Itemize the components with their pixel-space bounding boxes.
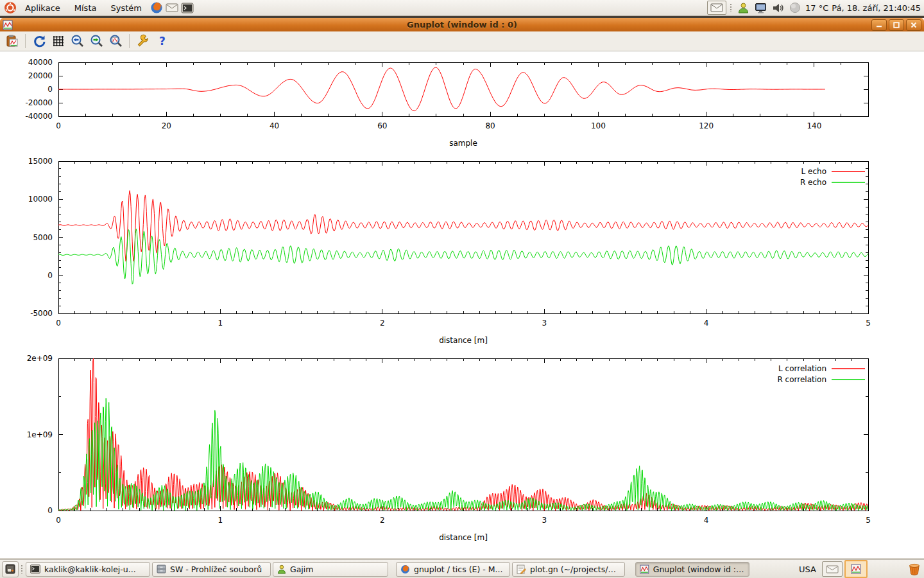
svg-text:2: 2 xyxy=(380,516,385,525)
svg-text:1: 1 xyxy=(218,516,223,525)
task-gnuplot[interactable]: Gnuplot (window id : 0) xyxy=(635,562,749,577)
plot-canvas[interactable]: 02040608010012014040000200000-20000-4000… xyxy=(0,51,924,558)
panel-left: Aplikace Místa Systém xyxy=(3,1,194,15)
svg-text:0: 0 xyxy=(56,319,61,328)
axes xyxy=(58,161,868,313)
menu-system[interactable]: Systém xyxy=(104,3,148,13)
task-gajim[interactable]: Gajim xyxy=(273,562,388,577)
help-button[interactable]: ? xyxy=(153,33,171,49)
taskbar: kaklik@kaklik-kolej-u... SW - Prohlížeč … xyxy=(0,559,924,578)
keyboard-layout-indicator[interactable]: USA xyxy=(799,565,816,574)
svg-text:10000: 10000 xyxy=(28,195,53,204)
svg-text:3: 3 xyxy=(542,319,547,328)
series-l-correlation xyxy=(58,358,868,511)
svg-text:?: ? xyxy=(159,35,166,48)
legend-label: L echo xyxy=(801,167,826,176)
display-icon[interactable] xyxy=(753,1,767,15)
svg-text:-5000: -5000 xyxy=(30,309,53,318)
axis-labels: 02040608010012014040000200000-20000-4000… xyxy=(25,58,821,148)
chart-2: 012345150001000050000-5000distance [m]L … xyxy=(28,157,871,345)
svg-text:0: 0 xyxy=(47,506,53,515)
svg-text:0: 0 xyxy=(47,85,53,94)
maximize-button[interactable] xyxy=(889,19,904,31)
gajim-icon xyxy=(277,565,286,574)
grid-button[interactable] xyxy=(49,33,67,49)
svg-text:20: 20 xyxy=(162,121,171,130)
legend-label: R correlation xyxy=(777,375,826,384)
svg-text:100: 100 xyxy=(591,121,606,130)
minimize-button[interactable] xyxy=(871,19,887,31)
series-r-echo xyxy=(58,229,868,285)
legend-label: R echo xyxy=(800,178,826,187)
trash-icon[interactable] xyxy=(907,561,922,577)
terminal-launcher-icon[interactable] xyxy=(180,1,194,15)
svg-text:5: 5 xyxy=(866,319,871,328)
temperature-label: 17 °C xyxy=(805,3,828,13)
task-label: plot.gn (~/projects/p... xyxy=(530,565,620,574)
ubuntu-logo-icon[interactable] xyxy=(3,1,17,15)
mail-launcher-icon[interactable] xyxy=(165,1,179,15)
weather-icon[interactable] xyxy=(788,1,802,15)
chart-1: 02040608010012014040000200000-20000-4000… xyxy=(25,58,868,148)
task-file-manager[interactable]: SW - Prohlížeč souborů xyxy=(152,562,271,577)
svg-text:60: 60 xyxy=(377,121,387,130)
firefox-icon xyxy=(400,565,410,574)
task-label: Gnuplot (window id : 0) xyxy=(653,565,745,574)
menu-places[interactable]: Místa xyxy=(68,3,103,13)
text-editor-icon xyxy=(517,565,526,574)
mail-notification-icon[interactable] xyxy=(707,1,726,15)
copy-to-clipboard-button[interactable] xyxy=(3,33,21,49)
svg-text:1: 1 xyxy=(218,319,223,328)
svg-text:-40000: -40000 xyxy=(25,112,53,121)
user-switcher-icon[interactable] xyxy=(736,1,750,15)
chart-3: 0123452e+091e+090distance [m]L correlati… xyxy=(27,354,871,542)
menu-applications[interactable]: Aplikace xyxy=(19,3,67,13)
svg-text:0: 0 xyxy=(56,121,61,130)
task-label: SW - Prohlížeč souborů xyxy=(170,565,262,574)
task-firefox[interactable]: gnuplot / tics (E) - M... xyxy=(396,562,510,577)
tasklist-handle[interactable] xyxy=(21,565,24,574)
svg-text:120: 120 xyxy=(699,121,714,130)
gnome-top-panel: Aplikace Místa Systém xyxy=(0,0,924,16)
autoscale-button[interactable] xyxy=(107,33,124,49)
zoom-next-button[interactable] xyxy=(88,33,105,49)
desktop: Aplikace Místa Systém xyxy=(0,0,924,578)
task-label: kaklik@kaklik-kolej-u... xyxy=(44,565,136,574)
tray-handle[interactable] xyxy=(730,3,733,12)
svg-text:4: 4 xyxy=(704,516,709,525)
window-titlebar[interactable]: Gnuplot (window id : 0) xyxy=(0,18,924,31)
gnuplot-tray-icon[interactable] xyxy=(844,560,868,578)
toolbar-separator xyxy=(129,34,130,48)
replot-button[interactable] xyxy=(30,33,47,49)
volume-icon[interactable] xyxy=(771,1,785,15)
x-axis-title: distance [m] xyxy=(439,336,488,345)
clock-label[interactable]: Pá, 18. září, 21:40:45 xyxy=(832,3,921,13)
svg-text:20000: 20000 xyxy=(28,71,53,80)
firefox-launcher-icon[interactable] xyxy=(150,1,164,15)
task-terminal[interactable]: kaklik@kaklik-kolej-u... xyxy=(26,562,150,577)
configure-button[interactable] xyxy=(134,33,151,49)
plots-svg: 02040608010012014040000200000-20000-4000… xyxy=(0,51,924,558)
axes xyxy=(58,358,868,511)
svg-text:5: 5 xyxy=(866,516,871,525)
file-manager-icon xyxy=(157,565,166,574)
svg-text:-20000: -20000 xyxy=(25,98,53,107)
series-l-echo xyxy=(58,191,868,261)
svg-text:40: 40 xyxy=(270,121,279,130)
legend-label: L correlation xyxy=(778,364,826,373)
svg-text:0: 0 xyxy=(47,271,53,280)
mail-tray-icon[interactable] xyxy=(822,561,843,577)
task-label: Gajim xyxy=(290,565,313,574)
gnuplot-icon xyxy=(640,565,649,574)
task-text-editor[interactable]: plot.gn (~/projects/p... xyxy=(512,562,625,577)
x-axis-title: sample xyxy=(449,139,477,148)
svg-text:140: 140 xyxy=(807,121,821,130)
axis-labels: 012345150001000050000-5000distance [m] xyxy=(28,157,871,345)
show-desktop-button[interactable] xyxy=(2,561,19,577)
svg-text:2e+09: 2e+09 xyxy=(27,354,53,363)
toolbar-separator xyxy=(25,34,26,48)
panel-right: 17 °C Pá, 18. září, 21:40:45 xyxy=(707,1,921,15)
close-button[interactable] xyxy=(906,19,921,31)
zoom-previous-button[interactable] xyxy=(69,33,86,49)
series-r-correlation xyxy=(58,398,868,511)
